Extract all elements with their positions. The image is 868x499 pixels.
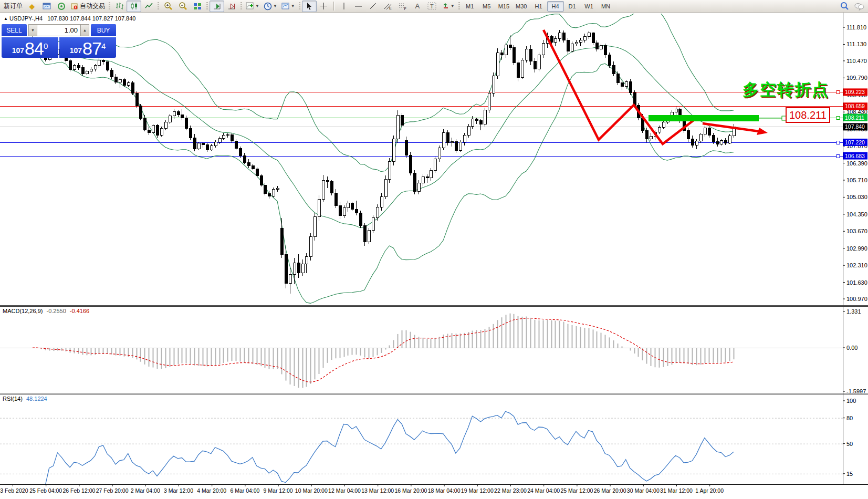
time-label: 13 Mar 12:00 bbox=[361, 487, 394, 494]
price-callout-box[interactable]: 108.211 bbox=[786, 107, 830, 123]
time-label: 25 Feb 04:00 bbox=[29, 487, 62, 494]
price-axis[interactable]: 111.810111.130110.470109.790109.110108.4… bbox=[843, 24, 867, 477]
fibo-letter: F bbox=[404, 7, 406, 11]
arrows-button[interactable]: ▼ bbox=[440, 1, 457, 12]
macd-panel bbox=[0, 314, 843, 388]
rsi-tick: 100 bbox=[846, 398, 856, 404]
equidistant-channel-button[interactable]: E bbox=[381, 1, 395, 12]
tab-timeframe-w1[interactable]: W1 bbox=[581, 1, 598, 12]
toolbar-grip bbox=[299, 2, 300, 11]
tab-timeframe-m30[interactable]: M30 bbox=[513, 1, 530, 12]
time-label: 10 Mar 20:00 bbox=[295, 487, 328, 494]
collapse-panel-icon[interactable]: ▲ bbox=[4, 16, 8, 21]
label-letter: T bbox=[430, 3, 434, 9]
price-tick: 102.310 bbox=[846, 262, 867, 268]
new-order-button[interactable]: 新订单 bbox=[2, 1, 25, 12]
crosshair-button[interactable] bbox=[317, 1, 331, 12]
one-click-trading-panel: SELL ▼ ▲ BUY 107840 107874 bbox=[2, 24, 116, 58]
time-label: 23 Feb 2020 bbox=[0, 487, 28, 494]
time-label: 24 Mar 04:00 bbox=[527, 487, 560, 494]
volume-increase-button[interactable]: ▲ bbox=[80, 24, 89, 36]
symbol-period-label: USDJPY-,H4 bbox=[9, 15, 43, 22]
vertical-line-button[interactable] bbox=[337, 1, 351, 12]
buy-price-display[interactable]: 107874 bbox=[59, 37, 116, 58]
tab-timeframe-m5[interactable]: M5 bbox=[478, 1, 495, 12]
channel-letter: E bbox=[389, 6, 392, 10]
bar-chart-button[interactable] bbox=[112, 1, 127, 12]
svg-text:108.211: 108.211 bbox=[845, 115, 864, 121]
market-watch-icon[interactable] bbox=[39, 1, 54, 12]
support-zone-rect[interactable] bbox=[649, 115, 759, 121]
rsi-indicator-label: RSI(14) 48.1224 bbox=[3, 396, 47, 402]
tab-timeframe-h4[interactable]: H4 bbox=[547, 1, 564, 12]
price-tick: 111.130 bbox=[846, 41, 866, 47]
tab-timeframe-d1[interactable]: D1 bbox=[564, 1, 581, 12]
main-toolbar: 新订单 ◆ 自动交易 ▼ ▼ ▼ bbox=[0, 0, 868, 13]
chevron-down-icon: ▼ bbox=[255, 4, 259, 8]
periods-button[interactable]: ▼ bbox=[262, 1, 279, 12]
toolbar-separator bbox=[333, 2, 334, 11]
time-label: 22 Mar 23:00 bbox=[494, 487, 527, 494]
time-label: 19 Mar 12:00 bbox=[461, 487, 494, 494]
sell-price-display[interactable]: 107840 bbox=[2, 37, 58, 58]
zoom-out-button[interactable] bbox=[175, 1, 190, 12]
toolbar-grip bbox=[206, 2, 208, 11]
svg-text:108.659: 108.659 bbox=[845, 103, 865, 109]
turning-point-annotation[interactable]: 多空转折点 bbox=[742, 79, 829, 101]
chart-canvas[interactable]: 111.810111.130110.470109.790109.110108.4… bbox=[0, 0, 868, 499]
chevron-down-icon: ▼ bbox=[291, 4, 295, 8]
macd-tick: 1.331 bbox=[846, 308, 861, 315]
svg-text:109.223: 109.223 bbox=[845, 89, 865, 95]
time-label: 2 Mar 04:00 bbox=[131, 487, 160, 494]
toolbar-grip bbox=[158, 2, 159, 11]
price-tick: 102.990 bbox=[846, 245, 867, 252]
text-button[interactable]: A bbox=[410, 1, 425, 12]
fibonacci-button[interactable]: F bbox=[395, 1, 410, 12]
time-label: 6 Mar 04:00 bbox=[230, 487, 259, 494]
search-icon[interactable] bbox=[837, 1, 852, 12]
cursor-button[interactable] bbox=[302, 1, 317, 12]
tile-windows-button[interactable] bbox=[190, 1, 205, 12]
svg-text:107.220: 107.220 bbox=[845, 139, 865, 145]
volume-input[interactable] bbox=[37, 24, 80, 36]
line-chart-button[interactable] bbox=[141, 1, 156, 12]
chevron-down-icon: ▼ bbox=[451, 4, 455, 8]
new-order-icon[interactable]: ◆ bbox=[25, 1, 39, 12]
autoscroll-button[interactable] bbox=[210, 1, 224, 12]
time-label: 30 Mar 04:00 bbox=[627, 487, 660, 494]
price-tick: 111.810 bbox=[846, 24, 866, 30]
bollinger-bands bbox=[33, 6, 734, 303]
text-label-button[interactable]: T bbox=[425, 1, 440, 12]
zoom-in-button[interactable] bbox=[161, 1, 175, 12]
chart-title: ▲ USDJPY-,H4 107.830 107.844 107.827 107… bbox=[4, 15, 135, 22]
templates-button[interactable]: ▼ bbox=[279, 1, 297, 12]
price-tick: 101.630 bbox=[846, 279, 867, 286]
tab-timeframe-h1[interactable]: H1 bbox=[530, 1, 547, 12]
sell-button[interactable]: SELL bbox=[2, 24, 27, 37]
time-label: 9 Mar 12:00 bbox=[264, 487, 293, 494]
tab-timeframe-m15[interactable]: M15 bbox=[495, 1, 513, 12]
chat-icon[interactable] bbox=[852, 1, 866, 12]
arrowhead bbox=[757, 128, 768, 135]
time-label: 27 Feb 20:00 bbox=[96, 487, 129, 494]
time-label: 26 Feb 12:00 bbox=[62, 487, 95, 494]
ohlc-values: 107.830 107.844 107.827 107.840 bbox=[47, 15, 135, 22]
svg-text:106.683: 106.683 bbox=[845, 153, 865, 159]
signals-icon[interactable] bbox=[54, 1, 69, 12]
candlestick-chart-button[interactable] bbox=[127, 1, 141, 12]
macd-tick: -1.5997 bbox=[846, 388, 866, 394]
autotrade-button[interactable]: 自动交易 bbox=[69, 1, 107, 12]
horizontal-line-button[interactable] bbox=[351, 1, 366, 12]
tab-timeframe-mn[interactable]: MN bbox=[598, 1, 614, 12]
time-label: 4 Mar 20:00 bbox=[197, 487, 226, 494]
price-tick: 105.030 bbox=[846, 194, 867, 200]
chart-shift-button[interactable] bbox=[224, 1, 239, 12]
price-tick: 106.390 bbox=[846, 160, 867, 167]
indicators-button[interactable]: ▼ bbox=[244, 1, 262, 12]
volume-decrease-button[interactable]: ▼ bbox=[28, 24, 37, 36]
time-axis[interactable]: 23 Feb 202025 Feb 04:0026 Feb 12:0027 Fe… bbox=[0, 484, 724, 494]
buy-button[interactable]: BUY bbox=[91, 24, 116, 37]
autotrade-icon bbox=[71, 3, 78, 10]
trendline-button[interactable] bbox=[366, 1, 381, 12]
tab-timeframe-m1[interactable]: M1 bbox=[462, 1, 478, 12]
